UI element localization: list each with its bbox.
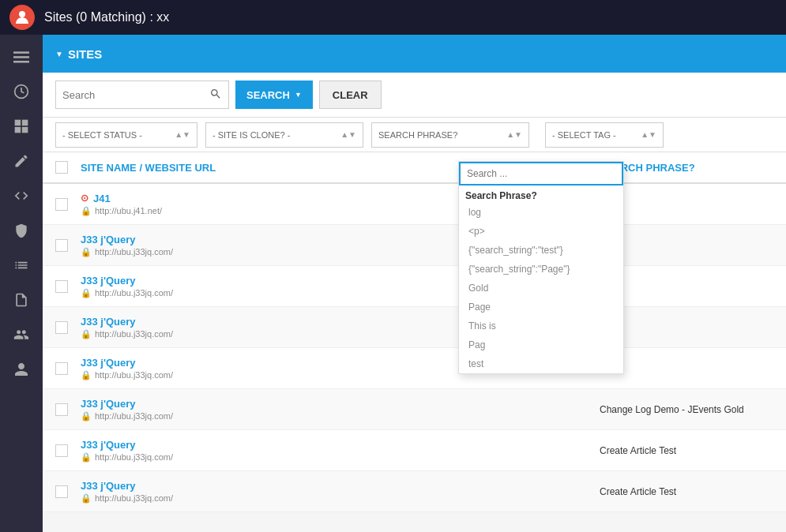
site-url-link[interactable]: http://ubu.j33jq.com/ [95, 493, 173, 503]
site-url: 🔒 http://ubu.j33jq.com/ [81, 452, 600, 463]
dropdown-item[interactable]: {"search_string":"Page"} [459, 260, 623, 279]
dropdown-item[interactable]: Pag [459, 335, 623, 354]
sites-bar-button[interactable]: ▼ SITES [55, 47, 102, 61]
row-site: J33 j'Query 🔒 http://ubu.j33jq.com/ [81, 398, 600, 421]
row-checkbox [55, 444, 81, 457]
svg-rect-1 [13, 51, 29, 54]
lock-icon: 🔒 [81, 452, 92, 463]
search-button[interactable]: SEARCH ▼ [235, 81, 313, 109]
site-url: 🔒 http://ubu.j33jq.com/ [81, 411, 600, 421]
row-checkbox [55, 362, 81, 375]
site-url: 🔒 http://ubu.j33jq.com/ [81, 493, 600, 504]
site-name-link[interactable]: J41 [93, 193, 111, 204]
site-name-link[interactable]: J33 j'Query [81, 234, 136, 245]
search-dropdown-arrow: ▼ [295, 91, 302, 99]
site-name-link[interactable]: J33 j'Query [81, 439, 136, 451]
site-name-link[interactable]: J33 j'Query [81, 398, 136, 410]
sidebar-item-list[interactable] [6, 249, 37, 281]
dropdown-section-label: Search Phrase? [459, 185, 623, 203]
clock-icon: ⊙ [81, 193, 88, 204]
tag-filter-label: - SELECT TAG - [552, 130, 616, 140]
row-checkbox [55, 198, 81, 211]
row-checkbox [55, 403, 81, 416]
sidebar-item-grid[interactable] [6, 111, 37, 142]
row-checkbox [55, 280, 81, 293]
th-phrase: SEARCH PHRASE? [600, 162, 773, 174]
tag-filter[interactable]: - SELECT TAG - ▲▼ [545, 122, 664, 148]
phrase-filter-arrow: ▲▼ [506, 130, 522, 139]
dropdown-item[interactable]: {"search_string":"test"} [459, 241, 623, 260]
site-name-link[interactable]: J33 j'Query [81, 480, 136, 492]
row-select-checkbox[interactable] [55, 280, 68, 293]
dropdown-item[interactable]: log [459, 203, 623, 222]
site-url-link[interactable]: http://ubu.j33jq.com/ [95, 247, 173, 257]
row-select-checkbox[interactable] [55, 239, 68, 252]
sidebar-item-user[interactable] [6, 354, 37, 385]
search-input-wrap [55, 81, 229, 109]
lock-icon: 🔒 [81, 288, 92, 298]
table-row: J33 j'Query 🔒 http://ubu.j33jq.com/ [43, 348, 786, 389]
dropdown-item[interactable]: This is [459, 317, 623, 335]
clone-filter[interactable]: - SITE IS CLONE? - ▲▼ [205, 122, 363, 148]
svg-point-0 [19, 11, 25, 17]
status-filter[interactable]: - SELECT STATUS - ▲▼ [55, 122, 197, 148]
dropdown-item[interactable]: Gold [459, 279, 623, 298]
site-name-link[interactable]: J33 j'Query [81, 275, 136, 287]
row-checkbox [55, 321, 81, 334]
site-url-link[interactable]: http://ubu.j33jq.com/ [95, 411, 173, 421]
site-url-link[interactable]: http://ubu.j33jq.com/ [95, 288, 173, 298]
site-url-link[interactable]: http://ubu.j33jq.com/ [95, 329, 173, 339]
sidebar-item-menu[interactable] [6, 41, 37, 73]
dropdown-item[interactable]: test [459, 354, 623, 373]
sidebar-item-users[interactable] [6, 319, 37, 350]
row-select-checkbox[interactable] [55, 444, 68, 457]
svg-rect-7 [15, 127, 21, 133]
sidebar-item-file[interactable] [6, 284, 37, 316]
dropdown-search-input[interactable] [459, 162, 623, 185]
table-row: J33 j'Query 🔒 http://ubu.j33jq.com/ [43, 225, 786, 266]
table-row: J33 j'Query 🔒 http://ubu.j33jq.com/ [43, 307, 786, 348]
site-name-link[interactable]: J33 j'Query [81, 357, 136, 369]
svg-rect-8 [22, 127, 28, 133]
top-header: Sites (0 Matching) : xx [0, 0, 786, 35]
sidebar-item-dashboard[interactable] [6, 76, 37, 107]
clone-filter-arrow: ▲▼ [340, 130, 356, 139]
dropdown-item[interactable]: Page [459, 298, 623, 317]
site-name-link[interactable]: J33 j'Query [81, 316, 136, 328]
search-input[interactable] [62, 89, 205, 101]
search-icon[interactable] [209, 88, 222, 103]
row-checkbox [55, 485, 81, 498]
page-title: Sites (0 Matching) : xx [44, 10, 169, 24]
sites-bar: ▼ SITES [43, 35, 786, 73]
sidebar-item-code[interactable] [6, 180, 37, 212]
row-phrase: Create Article Test [600, 445, 773, 456]
table-row: J33 j'Query 🔒 http://ubu.j33jq.com/ [43, 266, 786, 307]
row-select-checkbox[interactable] [55, 485, 68, 498]
main-content: ▼ SITES SEARCH ▼ CLEAR - SELECT ST [43, 35, 786, 532]
sidebar-item-shield[interactable] [6, 215, 37, 246]
phrase-filter[interactable]: SEARCH PHRASE? ▲▼ [371, 122, 529, 148]
site-url-link[interactable]: http://ubu.j33jq.com/ [95, 452, 173, 462]
site-url-link[interactable]: http://ubu.j33jq.com/ [95, 370, 173, 380]
row-checkbox [55, 239, 81, 252]
lock-icon: 🔒 [81, 370, 92, 380]
logo [9, 5, 35, 30]
row-select-checkbox[interactable] [55, 198, 68, 211]
sites-bar-label: SITES [68, 47, 102, 61]
row-phrase: Create Article Test [600, 486, 773, 497]
site-url-link[interactable]: http://ubu.j41.net/ [95, 206, 162, 215]
dropdown-item[interactable]: <p> [459, 222, 623, 241]
row-select-checkbox[interactable] [55, 362, 68, 375]
row-select-checkbox[interactable] [55, 403, 68, 416]
clone-filter-label: - SITE IS CLONE? - [212, 130, 290, 140]
tag-filter-arrow: ▲▼ [641, 130, 656, 139]
sidebar-item-edit[interactable] [6, 145, 37, 177]
table-row: ⊙ J41 🔒 http://ubu.j41.net/ [43, 184, 786, 225]
select-all-checkbox[interactable] [55, 161, 68, 174]
status-filter-label: - SELECT STATUS - [62, 130, 142, 140]
lock-icon: 🔒 [81, 493, 92, 504]
row-select-checkbox[interactable] [55, 321, 68, 334]
clear-button[interactable]: CLEAR [319, 81, 382, 109]
lock-icon: 🔒 [81, 411, 92, 421]
svg-rect-2 [13, 56, 29, 58]
